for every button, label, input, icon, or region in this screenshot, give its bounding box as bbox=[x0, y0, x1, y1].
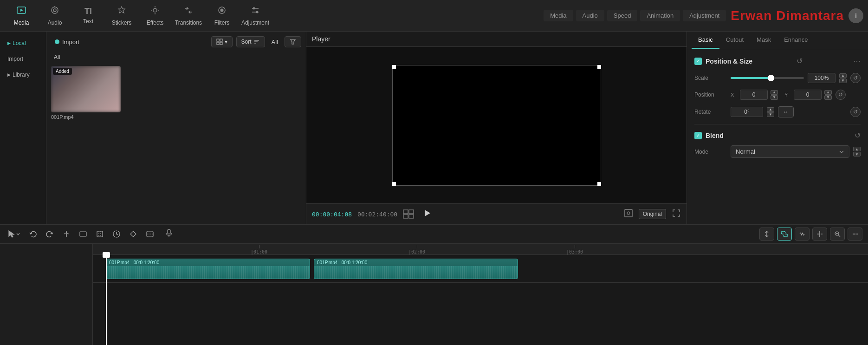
rotate-value-input[interactable] bbox=[731, 107, 763, 117]
nav-adjustment[interactable]: Adjustment bbox=[239, 2, 272, 30]
corner-handle-tl[interactable] bbox=[392, 65, 396, 69]
import-button[interactable]: Import bbox=[51, 37, 83, 47]
position-size-reset-icon[interactable]: ↺ bbox=[797, 57, 803, 65]
scale-label: Scale bbox=[694, 75, 727, 81]
crop-tool-button[interactable] bbox=[94, 229, 106, 239]
nav-filters[interactable]: Filters bbox=[205, 2, 239, 30]
playhead[interactable] bbox=[106, 255, 107, 345]
nav-effects[interactable]: Effects bbox=[138, 2, 172, 30]
y-value-input[interactable] bbox=[794, 90, 822, 100]
user-avatar[interactable]: i bbox=[849, 8, 863, 23]
timeline: |01:00 |02:00 |03:00 bbox=[0, 224, 868, 345]
player-tab-media[interactable]: Media bbox=[544, 10, 573, 21]
grid-view-button[interactable]: ▾ bbox=[211, 36, 233, 47]
play-button[interactable] bbox=[420, 208, 434, 221]
nav-stickers[interactable]: Stickers bbox=[105, 2, 138, 30]
scale-down-button[interactable]: ▼ bbox=[839, 78, 847, 83]
x-value-input[interactable] bbox=[740, 90, 768, 100]
rotate-up-button[interactable]: ▲ bbox=[767, 107, 774, 112]
player-tab-audio[interactable]: Audio bbox=[576, 10, 604, 21]
track-clip-0[interactable]: 001P.mp4 00:0 1:20:00 bbox=[106, 259, 310, 279]
scale-up-button[interactable]: ▲ bbox=[839, 73, 847, 78]
y-down-button[interactable]: ▼ bbox=[824, 95, 832, 100]
grid-overlay-button[interactable] bbox=[624, 208, 633, 220]
clip-waveform-1 bbox=[314, 266, 518, 279]
tl-link-button[interactable] bbox=[777, 228, 792, 241]
undo-icon bbox=[29, 230, 37, 238]
player-tab-speed[interactable]: Speed bbox=[607, 10, 638, 21]
svg-line-51 bbox=[803, 234, 804, 235]
scale-reset-button[interactable]: ↺ bbox=[850, 73, 861, 83]
scale-slider-track[interactable] bbox=[731, 77, 804, 79]
corner-handle-tr[interactable] bbox=[597, 65, 601, 69]
sidebar: ▶ Local Import ▶ Library bbox=[0, 32, 46, 224]
corner-handle-bl[interactable] bbox=[392, 182, 396, 186]
svg-line-50 bbox=[803, 233, 803, 235]
tab-mask[interactable]: Mask bbox=[750, 32, 777, 49]
x-down-button[interactable]: ▼ bbox=[771, 95, 778, 100]
blend-title: Blend bbox=[706, 132, 724, 139]
blend-reset-icon[interactable]: ↺ bbox=[855, 131, 861, 140]
select-tool-button[interactable] bbox=[6, 229, 22, 239]
tl-snap-button[interactable] bbox=[759, 228, 774, 241]
rotate-down-button[interactable]: ▼ bbox=[767, 112, 774, 117]
nav-audio[interactable]: Audio bbox=[38, 2, 71, 30]
media-item[interactable]: Added 001P.mp4 bbox=[51, 66, 121, 120]
y-spinner: ▲ ▼ bbox=[824, 90, 832, 100]
tl-zoom-out-button[interactable] bbox=[848, 228, 862, 241]
blend-checkbox[interactable]: ✓ bbox=[694, 132, 702, 139]
position-reset-button[interactable]: ↺ bbox=[836, 90, 846, 100]
sort-button[interactable]: Sort bbox=[236, 36, 265, 47]
svg-point-12 bbox=[220, 9, 224, 12]
position-size-more-icon[interactable]: ⋯ bbox=[853, 57, 861, 65]
split-tool-button[interactable] bbox=[60, 229, 72, 239]
scale-slider-thumb[interactable] bbox=[768, 75, 774, 81]
keyframe-tool-button[interactable] bbox=[127, 229, 139, 239]
y-up-button[interactable]: ▲ bbox=[824, 90, 832, 95]
tl-zoom-in-button[interactable] bbox=[830, 228, 845, 241]
playhead-handle[interactable] bbox=[103, 252, 110, 258]
nav-transitions[interactable]: Transitions bbox=[172, 2, 205, 30]
scale-spinner: ▲ ▼ bbox=[839, 73, 847, 83]
rotate-reset-button[interactable]: ↺ bbox=[850, 107, 861, 117]
blend-mode-up[interactable]: ▲ bbox=[853, 147, 861, 151]
track-clip-1[interactable]: 001P.mp4 00:0 1:20:00 bbox=[314, 259, 518, 279]
nav-media[interactable]: Media bbox=[5, 2, 38, 30]
x-up-button[interactable]: ▲ bbox=[771, 90, 778, 95]
tl-audio-button[interactable] bbox=[795, 228, 810, 241]
filter-button[interactable] bbox=[285, 36, 301, 47]
tab-cutout[interactable]: Cutout bbox=[719, 32, 750, 49]
fullscreen-button[interactable] bbox=[672, 208, 681, 220]
player-tab-adjustment[interactable]: Adjustment bbox=[683, 10, 726, 21]
scale-row: Scale ▲ ▼ ↺ bbox=[694, 73, 861, 83]
svg-rect-17 bbox=[217, 39, 219, 41]
tab-basic[interactable]: Basic bbox=[692, 32, 719, 49]
svg-marker-24 bbox=[291, 39, 295, 44]
tl-align-button[interactable] bbox=[812, 228, 827, 241]
position-size-checkbox[interactable]: ✓ bbox=[694, 58, 702, 65]
undo-button[interactable] bbox=[27, 229, 39, 239]
speed-tool-button[interactable] bbox=[110, 229, 123, 239]
sidebar-library-label: Library bbox=[13, 72, 30, 78]
blend-mode-spinner: ▲ ▼ bbox=[853, 147, 861, 156]
corner-handle-br[interactable] bbox=[597, 182, 601, 186]
mic-button[interactable] bbox=[164, 228, 174, 240]
flip-button[interactable]: ↔ bbox=[778, 106, 794, 117]
sidebar-item-local[interactable]: ▶ Local bbox=[2, 36, 44, 50]
sidebar-item-library[interactable]: ▶ Library bbox=[2, 68, 44, 82]
zoom-in-icon bbox=[834, 231, 841, 237]
nav-text[interactable]: TI Text bbox=[71, 2, 105, 30]
mask-tool-button[interactable] bbox=[144, 229, 156, 239]
blend-mode-down[interactable]: ▼ bbox=[853, 152, 861, 156]
player-tab-animation[interactable]: Animation bbox=[640, 10, 680, 21]
original-button[interactable]: Original bbox=[639, 209, 666, 219]
tab-enhance[interactable]: Enhance bbox=[777, 32, 814, 49]
player-viewport bbox=[306, 47, 687, 203]
scale-value-input[interactable] bbox=[808, 73, 836, 83]
sidebar-item-import[interactable]: Import bbox=[2, 52, 44, 66]
redo-button[interactable] bbox=[44, 229, 56, 239]
ruler-tick-02: |02:00 bbox=[408, 245, 425, 254]
blend-mode-select[interactable]: Normal bbox=[731, 145, 849, 158]
trim-tool-button[interactable] bbox=[77, 229, 89, 239]
local-arrow-icon: ▶ bbox=[7, 41, 11, 46]
